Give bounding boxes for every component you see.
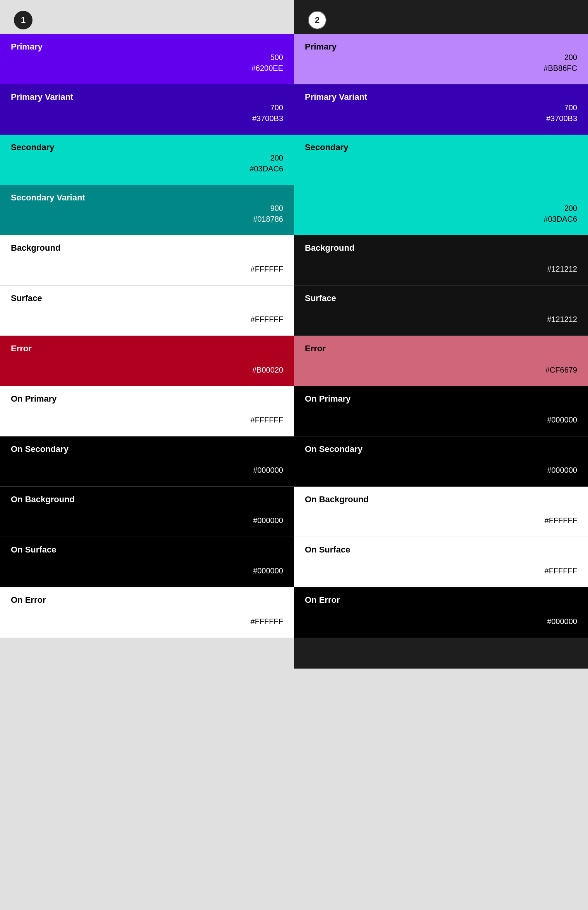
secondary-col1-label: Secondary (11, 142, 283, 152)
on-background-col1-label: On Background (11, 494, 283, 505)
on-surface-col1-values: #000000 (11, 565, 283, 576)
cell-on-background-col2: On Background #FFFFFF (294, 487, 588, 537)
on-primary-col1-hex: #FFFFFF (251, 414, 283, 425)
secondary-variant-col1-values: 900 #018786 (11, 203, 283, 224)
cell-on-error-col2: On Error #000000 (294, 587, 588, 638)
primary-variant-col2-values: 700 #3700B3 (305, 102, 577, 124)
surface-col1-label: Surface (11, 293, 283, 303)
row-surface: Surface #FFFFFF Surface #121212 (0, 286, 588, 336)
surface-col2-values: #121212 (305, 314, 577, 325)
on-primary-col1-label: On Primary (11, 394, 283, 404)
cell-secondary-variant-col2: 200 #03DAC6 (294, 185, 588, 235)
on-secondary-col2-label: On Secondary (305, 444, 577, 454)
error-col2-values: #CF6679 (305, 364, 577, 375)
on-error-col2-label: On Error (305, 595, 577, 605)
primary-col2-values: 200 #BB86FC (305, 52, 577, 74)
primary-col1-label: Primary (11, 42, 283, 52)
error-col1-label: Error (11, 344, 283, 354)
error-col2-label: Error (305, 344, 577, 354)
on-background-col2-hex: #FFFFFF (545, 515, 577, 526)
on-primary-col2-hex: #000000 (547, 414, 577, 425)
on-secondary-col1-label: On Secondary (11, 444, 283, 454)
cell-background-col2: Background #121212 (294, 235, 588, 286)
secondary-col1-values: 200 #03DAC6 (11, 152, 283, 174)
cell-on-primary-col2: On Primary #000000 (294, 386, 588, 436)
on-primary-col2-label: On Primary (305, 394, 577, 404)
secondary-variant-col2-values: 200 #03DAC6 (305, 203, 577, 224)
on-surface-col2-label: On Surface (305, 545, 577, 555)
primary-variant-col2-label: Primary Variant (305, 92, 577, 102)
primary-variant-col1-hex: #3700B3 (252, 113, 283, 124)
error-col2-hex: #CF6679 (545, 364, 577, 375)
on-background-col1-hex: #000000 (253, 515, 283, 526)
cell-on-primary-col1: On Primary #FFFFFF (0, 386, 294, 436)
on-surface-col1-hex: #000000 (253, 565, 283, 576)
cell-background-col1: Background #FFFFFF (0, 235, 294, 286)
primary-col2-shade: 200 (564, 52, 577, 63)
row-background: Background #FFFFFF Background #121212 (0, 235, 588, 286)
surface-col2-label: Surface (305, 293, 577, 303)
cell-on-surface-col1: On Surface #000000 (0, 537, 294, 587)
on-error-col1-label: On Error (11, 595, 283, 605)
background-col1-hex: #FFFFFF (251, 263, 283, 274)
background-col2-hex: #121212 (547, 263, 577, 274)
primary-col1-values: 500 #6200EE (11, 52, 283, 74)
page: 1 2 Primary 500 #6200EE Primary 200 #BB8… (0, 0, 588, 910)
on-background-col2-label: On Background (305, 494, 577, 505)
on-surface-col2-hex: #FFFFFF (545, 565, 577, 576)
error-col1-hex: #B00020 (252, 364, 283, 375)
cell-primary-variant-col2: Primary Variant 700 #3700B3 (294, 84, 588, 135)
primary-variant-col2-hex: #3700B3 (546, 113, 577, 124)
on-primary-col2-values: #000000 (305, 414, 577, 425)
cell-surface-col2: Surface #121212 (294, 286, 588, 336)
cell-on-error-col1: On Error #FFFFFF (0, 587, 294, 638)
cell-on-surface-col2: On Surface #FFFFFF (294, 537, 588, 587)
surface-col2-hex: #121212 (547, 314, 577, 325)
on-secondary-col2-hex: #000000 (547, 465, 577, 476)
row-secondary-variant: Secondary Variant 900 #018786 200 #03DAC… (0, 185, 588, 235)
secondary-variant-col1-hex: #018786 (253, 214, 283, 224)
on-error-col1-hex: #FFFFFF (251, 616, 283, 627)
on-background-col2-values: #FFFFFF (305, 515, 577, 526)
secondary-col1-hex: #03DAC6 (250, 163, 283, 174)
cell-secondary-col2: Secondary (294, 135, 588, 185)
on-surface-col1-label: On Surface (11, 545, 283, 555)
on-error-col2-values: #000000 (305, 616, 577, 627)
surface-col1-hex: #FFFFFF (251, 314, 283, 325)
secondary-col1-shade: 200 (270, 152, 283, 163)
row-on-background: On Background #000000 On Background #FFF… (0, 487, 588, 537)
primary-variant-col2-shade: 700 (564, 102, 577, 113)
primary-variant-col1-shade: 700 (270, 102, 283, 113)
primary-col1-hex: #6200EE (251, 63, 283, 74)
row-secondary: Secondary 200 #03DAC6 Secondary (0, 135, 588, 185)
column-2-badge: 2 (308, 11, 326, 29)
secondary-variant-col2-shade: 200 (564, 203, 577, 214)
cell-secondary-variant-col1: Secondary Variant 900 #018786 (0, 185, 294, 235)
row-on-error: On Error #FFFFFF On Error #000000 (0, 587, 588, 638)
on-surface-col2-values: #FFFFFF (305, 565, 577, 576)
secondary-col2-label: Secondary (305, 142, 577, 152)
row-primary: Primary 500 #6200EE Primary 200 #BB86FC (0, 34, 588, 84)
row-on-surface: On Surface #000000 On Surface #FFFFFF (0, 537, 588, 587)
secondary-variant-col1-label: Secondary Variant (11, 193, 283, 203)
primary-variant-col1-values: 700 #3700B3 (11, 102, 283, 124)
column-1-badge: 1 (14, 11, 32, 29)
primary-col2-hex: #BB86FC (544, 63, 577, 74)
primary-col2-label: Primary (305, 42, 577, 52)
on-background-col1-values: #000000 (11, 515, 283, 526)
on-secondary-col1-hex: #000000 (253, 465, 283, 476)
error-col1-values: #B00020 (11, 364, 283, 375)
background-col2-label: Background (305, 243, 577, 253)
on-primary-col1-values: #FFFFFF (11, 414, 283, 425)
secondary-variant-col2-hex: #03DAC6 (544, 214, 577, 224)
cell-primary-variant-col1: Primary Variant 700 #3700B3 (0, 84, 294, 135)
row-on-secondary: On Secondary #000000 On Secondary #00000… (0, 436, 588, 487)
cell-surface-col1: Surface #FFFFFF (0, 286, 294, 336)
on-secondary-col1-values: #000000 (11, 465, 283, 476)
cell-secondary-col1: Secondary 200 #03DAC6 (0, 135, 294, 185)
cell-on-secondary-col2: On Secondary #000000 (294, 436, 588, 487)
cell-error-col1: Error #B00020 (0, 336, 294, 386)
row-on-primary: On Primary #FFFFFF On Primary #000000 (0, 386, 588, 436)
background-col2-values: #121212 (305, 263, 577, 274)
primary-col1-shade: 500 (270, 52, 283, 63)
